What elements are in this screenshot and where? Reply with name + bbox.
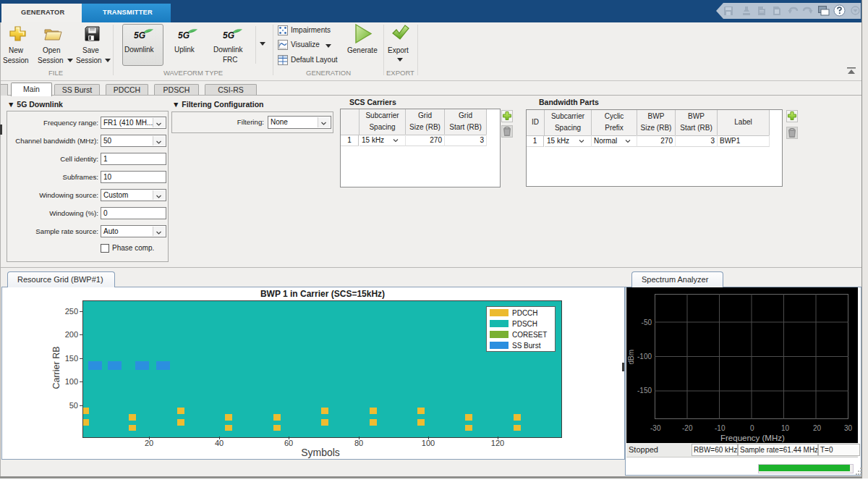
svg-text:5G: 5G [178,30,190,40]
svg-text:5G: 5G [134,30,145,40]
svg-text:5G: 5G [223,30,234,40]
